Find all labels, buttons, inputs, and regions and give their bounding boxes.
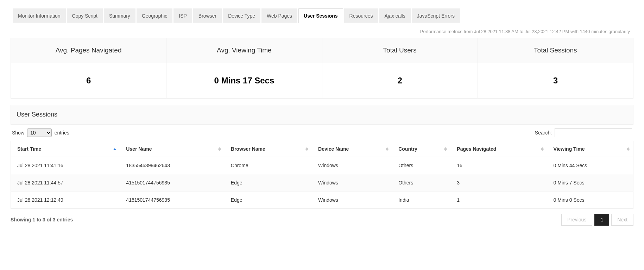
- sessions-table: Start TimeUser NameBrowser NameDevice Na…: [11, 141, 633, 209]
- tab-isp[interactable]: ISP: [173, 8, 192, 23]
- cell-device: Windows: [312, 191, 392, 209]
- cell-browser: Edge: [225, 174, 312, 191]
- column-header[interactable]: Device Name: [312, 141, 392, 157]
- cell-viewing: 0 Mins 44 Secs: [547, 157, 633, 174]
- cell-viewing: 0 Mins 0 Secs: [547, 191, 633, 209]
- cell-user: 4151501744756935: [120, 191, 224, 209]
- sort-icon: [218, 146, 222, 151]
- sort-icon: [541, 146, 544, 151]
- footer-info: Showing 1 to 3 of 3 entries: [11, 217, 73, 222]
- column-header-label: Start Time: [17, 146, 41, 152]
- sort-icon: [305, 146, 309, 151]
- stat-value: 0 Mins 17 Secs: [166, 63, 322, 98]
- search-control: Search:: [535, 128, 632, 137]
- stat-value: 2: [322, 63, 478, 98]
- sort-icon: [444, 146, 448, 151]
- column-header[interactable]: User Name: [120, 141, 224, 157]
- column-header[interactable]: Country: [392, 141, 450, 157]
- table-row[interactable]: Jul 28,2021 12:12:494151501744756935Edge…: [11, 191, 633, 209]
- cell-browser: Edge: [225, 191, 312, 209]
- column-header[interactable]: Pages Navigated: [450, 141, 547, 157]
- tabs-bar: Monitor InformationCopy ScriptSummaryGeo…: [0, 8, 644, 23]
- column-header-label: Browser Name: [231, 146, 265, 152]
- sort-icon: [627, 146, 630, 151]
- entries-label: entries: [55, 130, 69, 136]
- stat-label: Avg. Viewing Time: [166, 38, 322, 63]
- tab-device-type[interactable]: Device Type: [223, 8, 260, 23]
- cell-start: Jul 28,2021 12:12:49: [11, 191, 120, 209]
- search-input[interactable]: [555, 128, 632, 137]
- search-label: Search:: [535, 130, 552, 136]
- tab-web-pages[interactable]: Web Pages: [261, 8, 297, 23]
- column-header[interactable]: Browser Name: [225, 141, 312, 157]
- tab-copy-script[interactable]: Copy Script: [67, 8, 103, 23]
- stat-card: Avg. Viewing Time0 Mins 17 Secs: [166, 38, 322, 98]
- tab-user-sessions[interactable]: User Sessions: [298, 8, 343, 23]
- panel-title: User Sessions: [11, 105, 633, 124]
- performance-metrics-line: Performance metrics from Jul 28,2021 11:…: [0, 23, 644, 38]
- stat-label: Total Users: [322, 38, 478, 63]
- stat-label: Avg. Pages Navigated: [11, 38, 166, 63]
- entries-control: Show 10 entries: [12, 128, 69, 137]
- column-header-label: Pages Navigated: [457, 146, 496, 152]
- stats-row: Avg. Pages Navigated6Avg. Viewing Time0 …: [11, 38, 633, 99]
- stat-card: Total Sessions3: [478, 38, 633, 98]
- stat-value: 3: [478, 63, 633, 98]
- tab-browser[interactable]: Browser: [193, 8, 222, 23]
- next-button[interactable]: Next: [611, 214, 633, 226]
- column-header-label: Device Name: [318, 146, 349, 152]
- cell-device: Windows: [312, 174, 392, 191]
- sort-icon: [113, 146, 117, 151]
- table-footer: Showing 1 to 3 of 3 entries Previous 1 N…: [11, 214, 633, 226]
- cell-viewing: 0 Mins 7 Secs: [547, 174, 633, 191]
- tab-geographic[interactable]: Geographic: [137, 8, 172, 23]
- show-label: Show: [12, 130, 24, 136]
- user-sessions-panel: User Sessions: [11, 105, 633, 125]
- sort-icon: [386, 146, 389, 151]
- cell-country: Others: [392, 157, 450, 174]
- cell-pages: 16: [450, 157, 547, 174]
- cell-browser: Chrome: [225, 157, 312, 174]
- stat-card: Avg. Pages Navigated6: [11, 38, 166, 98]
- cell-country: India: [392, 191, 450, 209]
- cell-pages: 1: [450, 191, 547, 209]
- tab-monitor-information[interactable]: Monitor Information: [13, 8, 66, 23]
- cell-user: 4151501744756935: [120, 174, 224, 191]
- cell-start: Jul 28,2021 11:41:16: [11, 157, 120, 174]
- stat-label: Total Sessions: [478, 38, 633, 63]
- cell-device: Windows: [312, 157, 392, 174]
- column-header-label: User Name: [126, 146, 152, 152]
- cell-pages: 3: [450, 174, 547, 191]
- stat-value: 6: [11, 63, 166, 98]
- cell-start: Jul 28,2021 11:44:57: [11, 174, 120, 191]
- previous-button[interactable]: Previous: [561, 214, 592, 226]
- column-header[interactable]: Start Time: [11, 141, 120, 157]
- cell-user: 1835546399462643: [120, 157, 224, 174]
- column-header[interactable]: Viewing Time: [547, 141, 633, 157]
- cell-country: Others: [392, 174, 450, 191]
- table-controls: Show 10 entries Search:: [11, 125, 633, 139]
- tab-summary[interactable]: Summary: [104, 8, 135, 23]
- column-header-label: Viewing Time: [554, 146, 585, 152]
- tab-ajax-calls[interactable]: Ajax calls: [379, 8, 411, 23]
- stat-card: Total Users2: [322, 38, 478, 98]
- column-header-label: Country: [398, 146, 417, 152]
- page-1-button[interactable]: 1: [594, 214, 609, 226]
- table-row[interactable]: Jul 28,2021 11:44:574151501744756935Edge…: [11, 174, 633, 191]
- table-row[interactable]: Jul 28,2021 11:41:161835546399462643Chro…: [11, 157, 633, 174]
- tab-resources[interactable]: Resources: [344, 8, 378, 23]
- tab-javascript-errors[interactable]: JavaScript Errors: [412, 8, 460, 23]
- entries-select[interactable]: 10: [27, 128, 52, 137]
- pager: Previous 1 Next: [561, 214, 633, 226]
